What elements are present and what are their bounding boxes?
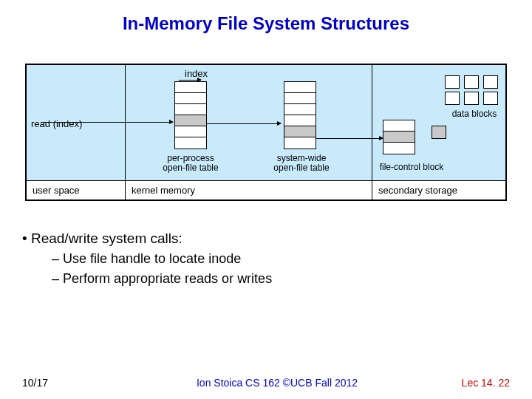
slide-title: In-Memory File System Structures (0, 0, 532, 34)
highlighted-data-block (432, 126, 446, 139)
data-blocks-caption: data blocks (442, 109, 507, 119)
secondary-storage-column: data blocks file-control block (372, 65, 505, 180)
arrow-read-to-pp (41, 122, 173, 123)
bullet-sub-2: – Perform appropriate reads or writes (52, 271, 532, 287)
kernel-memory-column: index per-processopen-file table system-… (126, 65, 372, 180)
per-process-caption: per-processopen-file table (152, 154, 229, 173)
user-space-column: read (index) (27, 65, 126, 180)
footer-course: Ion Stoica CS 162 ©UCB Fall 2012 (111, 377, 443, 389)
footer-date: 10/17 (22, 377, 111, 389)
read-call-label: read (index) (31, 118, 82, 129)
diagram: read (index) index per-processopen-file … (25, 64, 507, 201)
footer-lecture: Lec 14. 22 (443, 377, 510, 389)
index-arrow (179, 80, 201, 81)
region-labels: user space kernel memory secondary stora… (27, 180, 505, 200)
system-wide-caption: system-wideopen-file table (263, 154, 340, 173)
region-user: user space (27, 181, 126, 200)
system-wide-table (284, 81, 316, 149)
region-kernel: kernel memory (126, 181, 372, 200)
fcb-caption: file-control block (371, 163, 452, 172)
per-process-table (174, 81, 207, 149)
bullet-list: • Read/write system calls: – Use file ha… (22, 231, 532, 287)
bullet-sub-1: – Use file handle to locate inode (52, 251, 532, 267)
arrow-pp-to-sw (207, 123, 281, 124)
data-blocks-grid (445, 75, 498, 105)
diagram-body: read (index) index per-processopen-file … (27, 65, 505, 180)
bullet-main: • Read/write system calls: (22, 231, 532, 247)
file-control-block (383, 120, 415, 154)
index-label: index (185, 68, 208, 79)
region-storage: secondary storage (372, 181, 505, 200)
footer: 10/17 Ion Stoica CS 162 ©UCB Fall 2012 L… (0, 377, 532, 389)
